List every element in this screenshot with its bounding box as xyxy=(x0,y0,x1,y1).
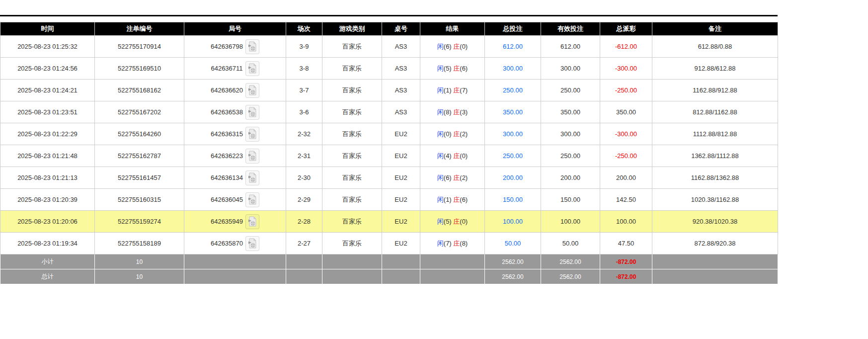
payout-value: -300.00 xyxy=(615,130,637,138)
cell-valid-bet: 612.00 xyxy=(541,36,600,58)
cell-round-id: 642636620 xyxy=(184,80,286,101)
cell-table-no: EU2 xyxy=(382,123,420,145)
table-row[interactable]: 2025-08-23 01:22:29522755164260642636315… xyxy=(0,123,778,145)
video-replay-button[interactable] xyxy=(245,61,259,76)
banker-score: (6) xyxy=(460,196,468,203)
player-label: 闲 xyxy=(437,65,444,72)
round-id-text: 642636045 xyxy=(211,196,243,203)
banker-label: 庄 xyxy=(453,43,460,50)
total-bet-link[interactable]: 100.00 xyxy=(503,218,523,225)
cell-total-bet: 350.00 xyxy=(485,101,541,123)
video-replay-button[interactable] xyxy=(245,192,259,207)
total-bet-link[interactable]: 300.00 xyxy=(503,65,523,72)
cell-payout: -250.00 xyxy=(600,80,652,101)
column-header: 有效投注 xyxy=(541,22,600,36)
round-id-text: 642636223 xyxy=(211,152,243,160)
total-bet-link[interactable]: 612.00 xyxy=(503,43,523,50)
footer-valid-bet: 2562.00 xyxy=(541,269,600,284)
cell-time: 2025-08-23 01:24:56 xyxy=(0,58,95,80)
cell-valid-bet: 250.00 xyxy=(541,145,600,167)
cell-table-no: EU2 xyxy=(382,211,420,233)
player-score: (1) xyxy=(444,86,452,94)
cell-remark: 612.88/0.88 xyxy=(652,36,778,58)
video-replay-button[interactable] xyxy=(245,214,259,229)
cell-game-type: 百家乐 xyxy=(322,211,382,233)
player-score: (5) xyxy=(444,65,452,72)
round-id-text: 642635870 xyxy=(211,240,243,247)
total-bet-link[interactable]: 200.00 xyxy=(503,174,523,181)
table-row-highlighted[interactable]: 2025-08-23 01:20:06522755159274642635949… xyxy=(0,211,778,233)
video-replay-button[interactable] xyxy=(245,83,259,98)
player-score: (8) xyxy=(444,108,452,116)
banker-label: 庄 xyxy=(453,218,460,225)
video-icon xyxy=(248,41,257,52)
video-replay-button[interactable] xyxy=(245,39,259,54)
total-bet-link[interactable]: 350.00 xyxy=(503,108,523,116)
video-replay-button[interactable] xyxy=(245,170,259,185)
table-row[interactable]: 2025-08-23 01:21:13522755161457642636134… xyxy=(0,167,778,189)
table-body: 2025-08-23 01:25:32522755170914642636798… xyxy=(0,36,778,254)
video-replay-button[interactable] xyxy=(245,236,259,251)
table-row[interactable]: 2025-08-23 01:21:48522755162787642636223… xyxy=(0,145,778,167)
column-header: 备注 xyxy=(652,22,778,36)
table-row[interactable]: 2025-08-23 01:20:39522755160315642636045… xyxy=(0,189,778,211)
footer-empty-remark xyxy=(652,269,778,284)
video-replay-button[interactable] xyxy=(245,149,259,164)
cell-total-bet: 250.00 xyxy=(485,145,541,167)
banker-score: (0) xyxy=(460,218,468,225)
cell-round-id: 642636711 xyxy=(184,58,286,80)
column-header: 桌号 xyxy=(382,22,420,36)
video-replay-button[interactable] xyxy=(245,105,259,120)
total-bet-link[interactable]: 250.00 xyxy=(503,152,523,160)
total-bet-link[interactable]: 250.00 xyxy=(503,86,523,94)
player-score: (1) xyxy=(444,196,452,203)
cell-total-bet: 150.00 xyxy=(485,189,541,211)
player-label: 闲 xyxy=(437,196,444,203)
cell-time: 2025-08-23 01:21:13 xyxy=(0,167,95,189)
banker-label: 庄 xyxy=(453,152,460,160)
cell-remark: 1362.88/1112.88 xyxy=(652,145,778,167)
cell-payout: -300.00 xyxy=(600,123,652,145)
total-bet-link[interactable]: 50.00 xyxy=(505,240,521,247)
table-row[interactable]: 2025-08-23 01:24:56522755169510642636711… xyxy=(0,58,778,80)
table-row[interactable]: 2025-08-23 01:24:21522755168162642636620… xyxy=(0,80,778,101)
table-footer: 小计102562.002562.00-872.00总计102562.002562… xyxy=(0,254,778,284)
footer-total-bet: 2562.00 xyxy=(485,269,541,284)
round-id-text: 642636711 xyxy=(211,65,242,72)
banker-score: (2) xyxy=(460,174,468,181)
cell-table-no: EU2 xyxy=(382,233,420,254)
footer-count: 10 xyxy=(95,254,184,269)
cell-bet-id: 522755158189 xyxy=(95,233,184,254)
bet-records-page: 时间注单编号局号场次游戏类别桌号结果总投注有效投注总派彩备注 2025-08-2… xyxy=(0,15,868,339)
column-header: 总投注 xyxy=(485,22,541,36)
player-score: (0) xyxy=(444,130,452,138)
cell-remark: 912.88/612.88 xyxy=(652,58,778,80)
table-row[interactable]: 2025-08-23 01:25:32522755170914642636798… xyxy=(0,36,778,58)
cell-bet-id: 522755167202 xyxy=(95,101,184,123)
column-header: 总派彩 xyxy=(600,22,652,36)
video-icon xyxy=(248,216,257,227)
player-label: 闲 xyxy=(437,43,444,50)
footer-empty-table xyxy=(382,254,420,269)
video-icon xyxy=(248,85,257,95)
table-row[interactable]: 2025-08-23 01:19:34522755158189642635870… xyxy=(0,233,778,254)
video-replay-button[interactable] xyxy=(245,127,259,142)
cell-time: 2025-08-23 01:25:32 xyxy=(0,36,95,58)
cell-round-id: 642635870 xyxy=(184,233,286,254)
round-id-text: 642636620 xyxy=(211,86,243,94)
total-bet-link[interactable]: 300.00 xyxy=(503,130,523,138)
cell-session: 2-29 xyxy=(286,189,322,211)
player-label: 闲 xyxy=(437,86,444,94)
footer-empty-table xyxy=(382,269,420,284)
cell-bet-id: 522755162787 xyxy=(95,145,184,167)
player-score: (5) xyxy=(444,218,452,225)
total-bet-link[interactable]: 150.00 xyxy=(503,196,523,203)
table-row[interactable]: 2025-08-23 01:23:51522755167202642636538… xyxy=(0,101,778,123)
banker-score: (6) xyxy=(460,65,468,72)
cell-remark: 1162.88/1362.88 xyxy=(652,167,778,189)
footer-label: 小计 xyxy=(0,254,95,269)
cell-remark: 920.38/1020.38 xyxy=(652,211,778,233)
payout-value: -612.00 xyxy=(615,43,637,50)
banker-label: 庄 xyxy=(453,196,460,203)
cell-payout: 200.00 xyxy=(600,167,652,189)
